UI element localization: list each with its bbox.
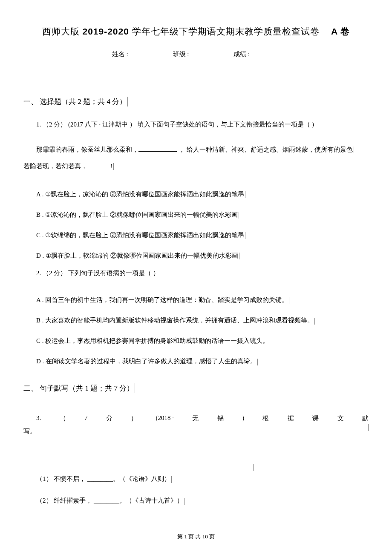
q3-p2: 7 [84, 414, 88, 423]
blank-1 [138, 151, 177, 152]
q1-choice-c: C . ①软绵绵的，飘在脸上 ②恐怕没有哪位国画家能挥洒出如此飘逸的笔墨 [23, 225, 369, 245]
q3-p13: 默 [362, 414, 369, 423]
page-title: 西师大版 2019-2020 学年七年级下学期语文期末教学质量检查试卷 A 卷 [23, 26, 369, 37]
caret-icon [314, 318, 315, 325]
q1-passage-d: ! [110, 163, 112, 170]
question-3: 3. （ 7 分 ） (2018 · 无 锡 ) 根 据 课 文 默 写。 [23, 414, 369, 438]
q1-passage-a: 那霏霏的春雨，像蚕丝儿那么柔和， [36, 146, 138, 153]
question-1-stem: 1. （2 分） (2017 八下 · 江津期中 ） 填入下面句子空缺处的语句，… [23, 117, 369, 132]
q3-sub2-text: （2） 纤纤擢素手， ________。（《古诗十九首》） [36, 497, 183, 504]
q1-d-text: D . ①飘在脸上，软绵绵的 ②就像哪位国画家画出来的一幅优美的水彩画 [36, 252, 238, 259]
q1-c-text: C . ①软绵绵的，飘在脸上 ②恐怕没有哪位国画家能挥洒出如此飘逸的笔墨 [36, 232, 244, 239]
q3-p12: 文 [337, 414, 344, 423]
question-2-stem: 2. （2 分） 下列句子没有语病的一项是（ ） [23, 266, 369, 281]
q3-sub1-text: （1） 不愤不启， ________。（《论语》八则） [36, 475, 170, 482]
blank-2 [87, 168, 109, 168]
class-label: 班级 : [173, 51, 189, 58]
q3-p10: 据 [288, 414, 294, 423]
page-footer: 第 1 页 共 10 页 [23, 533, 369, 541]
q1-choice-b: B . ①凉沁沁的，飘在脸上 ②就像哪位国画家画出来的一幅优美的水彩画 [23, 204, 369, 225]
q2-c-text: C . 校运会上，李杰用相机把参赛同学拼搏的身影和助威鼓励的话语一一摄入镜头。 [36, 337, 269, 344]
q2-d-text: D . 在阅读文学名著的过程中，我明白了许多做人的道理，感悟了人生的真谛。 [36, 358, 257, 365]
score-blank [251, 56, 278, 56]
caret-icon [171, 476, 172, 483]
q2-choice-c: C . 校运会上，李杰用相机把参赛同学拼搏的身影和助威鼓励的话语一一摄入镜头。 [23, 331, 369, 351]
q3-p9: 根 [262, 414, 269, 423]
q3-p8: ) [242, 414, 244, 423]
q2-a-text: A . 回首三年的初中生活，我们再一次明确了这样的道理：勤奋、踏实是学习成败的关… [36, 296, 288, 303]
q2-choice-b: B . 大家喜欢的智能手机均内置新版软件移动视窗操作系统，并拥有通话、上网冲浪和… [23, 310, 369, 331]
caret-icon [239, 212, 239, 219]
q3-p1: （ [60, 414, 66, 423]
q3-p11: 课 [312, 414, 319, 423]
q3-p0: 3. [36, 414, 41, 423]
q1-choice-a: A . ①飘在脸上，凉沁沁的 ②恐怕没有哪位国画家能挥洒出如此飘逸的笔墨 [23, 184, 369, 204]
question-1-passage: 那霏霏的春雨，像蚕丝儿那么柔和， ， 给人一种清新、神爽、舒适之感。烟雨迷蒙，使… [23, 141, 369, 175]
q3-p3: 分 [106, 414, 112, 423]
title-rest: 学年七年级下学期语文期末教学质量检查试卷 [132, 26, 320, 36]
q1-b-text: B . ①凉沁沁的，飘在脸上 ②就像哪位国画家画出来的一幅优美的水彩画 [36, 211, 238, 218]
q2-stem: 下列句子没有语病的一项是（ ） [68, 270, 159, 276]
q3-p4: ） [131, 414, 137, 423]
q1-stem: 填入下面句子空缺处的语句，与上下文衔接最恰当的一项是（ ） [138, 121, 318, 128]
q1-choice-d: D . ①飘在脸上，软绵绵的 ②就像哪位国画家画出来的一幅优美的水彩画 [23, 245, 369, 266]
caret-icon [270, 338, 270, 345]
caret-icon [245, 191, 245, 198]
caret-icon [289, 297, 289, 304]
caret-icon [239, 253, 239, 259]
q1-a-text: A . ①飘在脸上，凉沁沁的 ②恐怕没有哪位国画家能挥洒出如此飘逸的笔墨 [36, 191, 244, 198]
caret-icon [257, 359, 258, 365]
q2-number: 2. （2 分） [36, 270, 66, 276]
title-year: 2019-2020 [82, 26, 129, 36]
caret-icon [368, 424, 369, 431]
caret-icon [245, 232, 245, 239]
q1-passage-b: ， 给人一种清新、神爽、舒适之感。烟雨迷蒙，使所有的景色 [179, 146, 353, 153]
q3-sub-2: （2） 纤纤擢素手， ________。（《古诗十九首》） [23, 490, 369, 512]
name-blank [129, 56, 157, 56]
q2-choice-a: A . 回首三年的初中生活，我们再一次明确了这样的道理：勤奋、踏实是学习成败的关… [23, 290, 369, 310]
caret-icon [113, 163, 114, 170]
name-label: 姓名 : [112, 51, 128, 58]
q3-p6: 无 [192, 414, 199, 423]
q3-tail: 写。 [23, 428, 36, 434]
class-blank [190, 56, 217, 56]
info-line: 姓名 : 班级 : 成绩 : [23, 50, 369, 58]
score-label: 成绩 : [233, 51, 250, 58]
caret-icon [253, 464, 254, 471]
q2-choice-d: D . 在阅读文学名著的过程中，我明白了许多做人的道理，感悟了人生的真谛。 [23, 351, 369, 371]
q1-number: 1. （2 分） (2017 八下 · 江津期中 ） [36, 121, 136, 128]
title-suffix: A 卷 [331, 26, 350, 36]
q3-p7: 锡 [217, 414, 224, 423]
q3-sub-1: （1） 不愤不启， ________。（《论语》八则） [23, 468, 369, 490]
q3-line-1: 3. （ 7 分 ） (2018 · 无 锡 ) 根 据 课 文 默 [23, 414, 369, 423]
q1-passage-c: 若隐若现，若幻若真， [23, 163, 87, 170]
q2-b-text: B . 大家喜欢的智能手机均内置新版软件移动视窗操作系统，并拥有通话、上网冲浪和… [36, 317, 314, 324]
caret-icon [184, 498, 184, 505]
section-2-heading: 二、 句子默写（共 1 题；共 7 分） [23, 383, 135, 393]
empty-area [23, 438, 369, 468]
q3-p5: (2018 · [156, 414, 174, 423]
caret-icon [354, 147, 354, 153]
section-1-heading: 一、 选择题（共 2 题；共 4 分） [23, 97, 128, 106]
title-prefix: 西师大版 [42, 26, 80, 36]
